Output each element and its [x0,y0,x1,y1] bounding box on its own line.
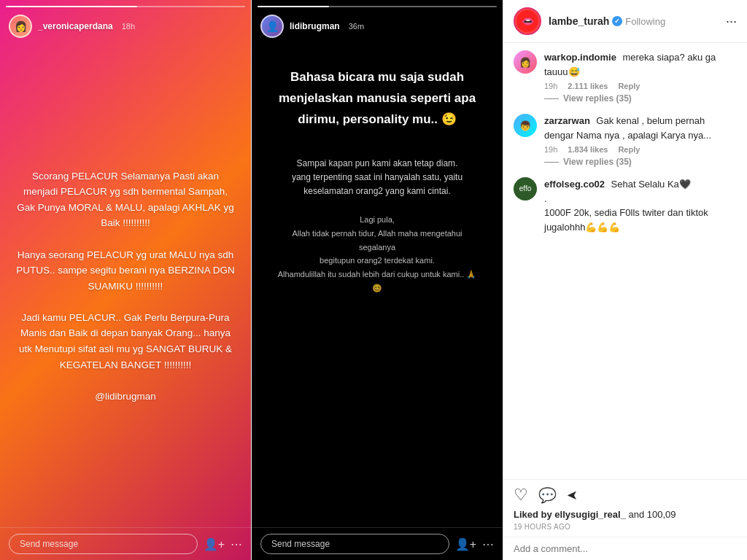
story-header-2: 👤 lidibrugman 36m [252,7,503,45]
comment-item: effo effolseg.co02 Sehat Selalu Ka🖤.1000… [514,177,737,234]
comment-meta-1: 19h 2.111 likes Reply [544,82,737,90]
comment-username-1[interactable]: warkop.indomie [544,52,616,63]
story-avatar-1: 👩 [9,15,32,38]
comment-body-1: warkop.indomie mereka siapa? aku ga tauu… [544,50,737,104]
story-footer-icons-2: 👤+ ⋯ [455,537,494,551]
verified-badge-icon: ✓ [612,16,622,26]
story-content-2: Bahasa bicara mu saja sudah menjelaskan … [252,45,503,527]
story-text-mid-2: Sampai kapan pun kami akan tetap diam. y… [266,157,488,199]
post-panel: 👄 lambe_turah ✓ Following ··· 👩 warkop.i… [503,0,747,560]
view-replies-dash-1 [544,98,559,99]
story-panel-2: 👤 lidibrugman 36m Bahasa bicara mu saja … [252,0,503,560]
comment-likes-2: 1.834 likes [568,145,608,154]
comment-username-3[interactable]: effolseg.co02 [544,179,605,190]
comment-body-3: effolseg.co02 Sehat Selalu Ka🖤.1000F 20k… [544,177,737,234]
heart-icon[interactable]: ♡ [514,486,528,505]
post-header: 👄 lambe_turah ✓ Following ··· [503,0,747,43]
story-time-2: 36m [349,22,364,31]
add-comment-input[interactable] [514,543,737,554]
story-text-body-1: Scorang PELACUR Selamanya Pasti akan men… [15,168,236,405]
comment-reply-button-1[interactable]: Reply [618,82,640,90]
story-footer-1: Send message 👤+ ⋯ [0,527,251,560]
more-options-icon[interactable]: ⋯ [231,537,242,551]
story-time-1: 18h [122,22,135,31]
comment-text-block-1: warkop.indomie mereka siapa? aku ga tauu… [544,50,737,79]
post-username-text: lambe_turah [549,15,609,27]
comments-area: 👩 warkop.indomie mereka siapa? aku ga ta… [503,43,747,479]
comment-time-2: 19h [544,145,557,154]
comment-avatar-2[interactable]: 👦 [514,114,537,137]
story-send-input-1[interactable]: Send message [9,534,198,554]
comment-meta-2: 19h 1.834 likes Reply [544,145,737,154]
comment-time-1: 19h [544,82,557,90]
story-username-2: lidibrugman [290,21,340,31]
comment-item: 👩 warkop.indomie mereka siapa? aku ga ta… [514,50,737,104]
add-comment-bar [503,537,747,560]
comment-reply-button-2[interactable]: Reply [618,145,640,154]
comment-icon[interactable]: 💬 [538,486,557,504]
view-replies-2[interactable]: View replies (35) [544,157,737,167]
comment-text-block-3: effolseg.co02 Sehat Selalu Ka🖤.1000F 20k… [544,177,737,234]
following-label: Following [625,16,665,27]
story-text-extra-2: Lagi pula, Allah tidak pernah tidur, All… [266,213,488,295]
liked-by-name[interactable]: Liked by ellysugigi_real_ [514,509,626,520]
view-replies-text-2: View replies (35) [563,157,632,167]
action-icons-row: ♡ 💬 ➤ [514,486,737,505]
comment-avatar-1[interactable]: 👩 [514,50,537,74]
story-footer-icons-1: 👤+ ⋯ [204,537,242,551]
comment-avatar-3[interactable]: effo [514,177,537,201]
story-header-1: 👩 _veronicaperdana 18h [0,7,251,45]
view-replies-text-1: View replies (35) [563,93,632,104]
comment-item: 👦 zarzarwan Gak kenal , belum pernah den… [514,114,737,167]
share-icon[interactable]: ➤ [567,487,578,503]
liked-by-text: Liked by ellysugigi_real_ and 100,09 [514,509,737,520]
story-footer-2: Send message 👤+ ⋯ [252,527,503,560]
add-person-icon[interactable]: 👤+ [204,537,225,551]
more-options-icon-2[interactable]: ⋯ [482,537,494,551]
post-avatar[interactable]: 👄 [514,7,541,35]
comment-text-block-2: zarzarwan Gak kenal , belum pernah denga… [544,114,737,142]
post-header-info: lambe_turah ✓ Following [549,15,719,27]
post-avatar-inner: 👄 [516,10,538,32]
post-actions: ♡ 💬 ➤ Liked by ellysugigi_real_ and 100,… [503,479,747,537]
story-panel-1: 👩 _veronicaperdana 18h Scorang PELACUR S… [0,0,251,560]
comment-likes-1: 2.111 likes [568,82,608,90]
story-content-1: Scorang PELACUR Selamanya Pasti akan men… [0,45,251,527]
story-username-1: _veronicaperdana [38,21,113,31]
add-person-icon-2[interactable]: 👤+ [455,537,476,551]
comment-username-2[interactable]: zarzarwan [544,115,590,126]
story-send-input-2[interactable]: Send message [260,534,449,554]
view-replies-dash-2 [544,162,559,163]
post-time: 19 HOURS AGO [514,523,737,531]
post-more-button[interactable]: ··· [726,14,737,29]
comment-body-2: zarzarwan Gak kenal , belum pernah denga… [544,114,737,167]
story-text-large-2: Bahasa bicara mu saja sudah menjelaskan … [266,67,488,131]
post-username: lambe_turah ✓ Following [549,15,719,27]
story-avatar-2: 👤 [260,15,284,38]
view-replies-1[interactable]: View replies (35) [544,93,737,104]
